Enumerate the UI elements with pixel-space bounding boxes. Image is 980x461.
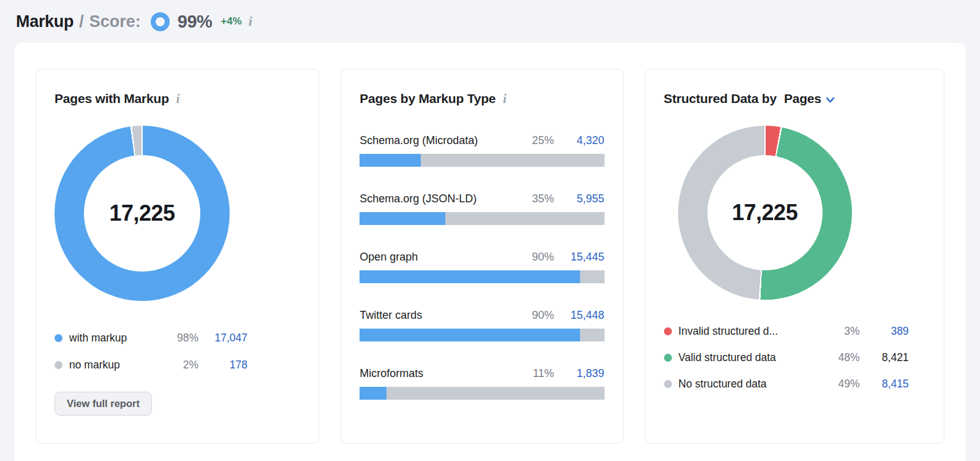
type-percent: 25% (532, 134, 554, 147)
type-label: Open graph (360, 251, 532, 264)
legend-dot-gray (55, 361, 62, 369)
legend-row-none: No structured data 49% 8,415 (664, 371, 909, 397)
legend-row-invalid: Invalid structured d... 3% 389 (664, 318, 909, 345)
legend-value-link[interactable]: 17,047 (198, 332, 247, 345)
info-icon[interactable]: i (249, 15, 252, 28)
markup-type-row-open-graph: Open graph 90% 15,445 (360, 251, 604, 283)
legend-label: no markup (69, 359, 163, 371)
type-percent: 11% (533, 367, 554, 380)
legend-dot-green (664, 354, 672, 362)
type-value-link[interactable]: 15,445 (564, 251, 605, 264)
page-title: Markup (16, 12, 74, 31)
legend-row-with-markup: with markup 98% 17,047 (55, 324, 247, 351)
legend-value: 8,421 (860, 351, 909, 364)
score-delta: +4% (221, 15, 242, 28)
score-label: Score: (89, 12, 141, 31)
type-value-link[interactable]: 15,448 (564, 309, 605, 322)
progress-bar-fill (360, 329, 579, 341)
legend-dot-blue (55, 334, 62, 342)
chevron-down-icon (826, 97, 835, 103)
donut-hole: 17,225 (84, 155, 200, 272)
pages-with-markup-donut-chart: 17,225 (55, 126, 230, 301)
legend-row-valid: Valid structured data 48% 8,421 (664, 345, 909, 371)
progress-bar-fill (360, 387, 386, 400)
donut-legend: Invalid structured d... 3% 389 Valid str… (664, 318, 909, 397)
type-percent: 90% (532, 309, 554, 322)
progress-bar-track (360, 329, 604, 341)
donut-hole: 17,225 (707, 155, 823, 270)
type-percent: 90% (532, 251, 554, 264)
donut-legend: with markup 98% 17,047 no markup 2% 178 (55, 324, 247, 378)
info-icon[interactable]: i (503, 93, 507, 105)
report-panel: Pages with Markup i 17,225 with markup 9… (15, 43, 965, 461)
legend-value-link[interactable]: 178 (198, 359, 247, 371)
progress-bar-track (360, 270, 604, 283)
legend-percent: 3% (824, 325, 860, 338)
legend-percent: 2% (163, 359, 198, 371)
markup-type-row-jsonld: Schema.org (JSON-LD) 35% 5,955 (360, 192, 604, 225)
markup-type-row-twitter-cards: Twitter cards 90% 15,448 (360, 309, 604, 341)
card-pages-by-markup-type: Pages by Markup Type i Schema.org (Micro… (341, 69, 623, 444)
donut-total-value: 17,225 (732, 200, 797, 226)
pages-dropdown-selector[interactable]: Pages (784, 91, 835, 106)
type-value-link[interactable]: 5,955 (564, 192, 605, 205)
score-ring-icon (151, 12, 170, 31)
legend-value-link[interactable]: 8,415 (860, 378, 909, 391)
legend-label: Valid structured data (679, 351, 824, 364)
progress-bar-track (360, 387, 604, 400)
type-label: Schema.org (JSON-LD) (360, 192, 532, 205)
legend-label: No structured data (679, 378, 824, 391)
breadcrumb-separator: / (79, 12, 84, 31)
legend-percent: 48% (824, 351, 860, 364)
cards-row: Pages with Markup i 17,225 with markup 9… (36, 69, 944, 444)
card-title: Pages by Markup Type (360, 91, 496, 106)
progress-bar-fill (360, 270, 579, 283)
legend-row-no-markup: no markup 2% 178 (55, 351, 247, 378)
view-full-report-button[interactable]: View full report (55, 392, 152, 416)
type-label: Twitter cards (360, 309, 532, 322)
legend-label: Invalid structured d... (679, 325, 824, 338)
donut-total-value: 17,225 (109, 200, 175, 226)
markup-type-list: Schema.org (Microdata) 25% 4,320 Schema.… (360, 134, 604, 400)
type-value-link[interactable]: 4,320 (564, 134, 605, 147)
legend-dot-gray (664, 380, 672, 388)
progress-bar-fill (360, 212, 445, 225)
type-value-link[interactable]: 1,839 (564, 367, 605, 380)
info-icon[interactable]: i (176, 93, 180, 105)
progress-bar-track (360, 212, 604, 225)
type-label: Microformats (360, 367, 533, 380)
legend-percent: 49% (824, 378, 860, 391)
markup-type-row-microformats: Microformats 11% 1,839 (360, 367, 604, 400)
type-percent: 35% (532, 192, 554, 205)
progress-bar-fill (360, 154, 421, 167)
type-label: Schema.org (Microdata) (360, 134, 532, 147)
legend-dot-red (664, 327, 672, 335)
card-title: Pages with Markup (55, 91, 169, 106)
legend-value-link[interactable]: 389 (860, 325, 909, 338)
card-structured-data: Structured Data by Pages 17,225 Invalid … (645, 69, 944, 444)
markup-type-row-microdata: Schema.org (Microdata) 25% 4,320 (360, 134, 604, 167)
structured-data-donut-chart: 17,225 (678, 126, 852, 300)
card-pages-with-markup: Pages with Markup i 17,225 with markup 9… (36, 69, 319, 444)
legend-percent: 98% (163, 332, 198, 345)
report-header: Markup / Score: 99% +4% i (0, 0, 980, 43)
card-title: Structured Data by (664, 91, 777, 106)
legend-label: with markup (69, 332, 163, 345)
score-value: 99% (178, 12, 213, 32)
progress-bar-track (360, 154, 604, 167)
pages-dropdown-value: Pages (784, 91, 821, 106)
